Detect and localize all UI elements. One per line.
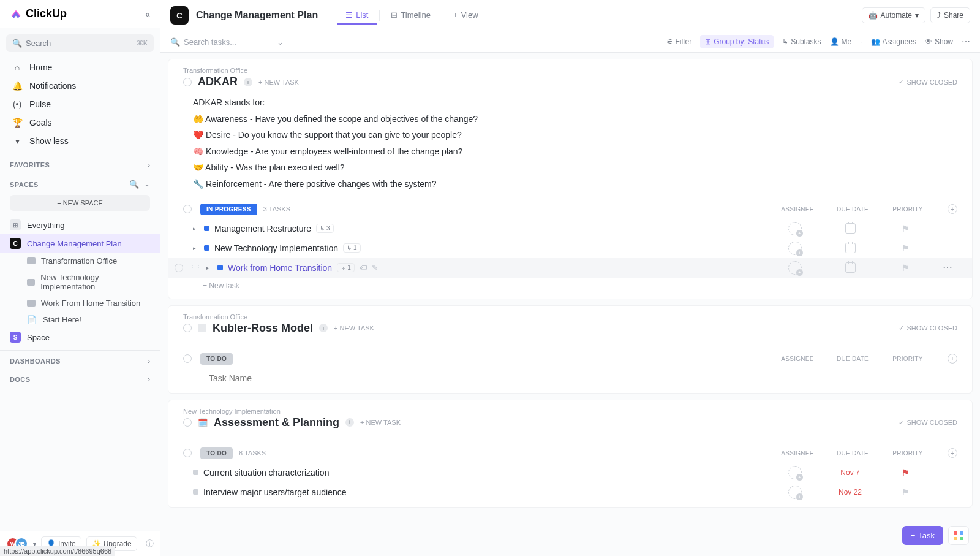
status-circle-icon[interactable] [183, 78, 192, 86]
due-date[interactable]: Nov 22 [839, 488, 862, 497]
priority-flag-icon[interactable]: ⚑ [902, 243, 910, 253]
info-icon[interactable]: i [319, 324, 328, 332]
expand-icon[interactable]: ▸ [206, 265, 213, 271]
groupby-button[interactable]: ⊞Group by: Status [700, 35, 774, 48]
chevron-right-icon: › [148, 375, 150, 384]
nav-goals[interactable]: 🏆Goals [6, 113, 154, 132]
new-task-link[interactable]: + NEW TASK [360, 419, 401, 426]
due-date-placeholder[interactable] [845, 243, 856, 253]
priority-flag-icon[interactable]: ⚑ [902, 224, 910, 234]
show-closed-button[interactable]: ✓SHOW CLOSED [899, 419, 957, 427]
status-circle-icon[interactable] [183, 205, 192, 213]
task-row[interactable]: ⋮⋮ ▸ Work from Home Transition ↳1 🏷 ✎ ⚑ … [168, 258, 972, 278]
show-closed-button[interactable]: ✓SHOW CLOSED [899, 324, 957, 332]
section-assessment: New Technology Implementation 🗓️ Assessm… [168, 400, 973, 508]
task-count: 3 TASKS [263, 205, 290, 213]
select-circle[interactable] [175, 264, 183, 272]
more-icon[interactable]: ⋯ [962, 37, 970, 47]
sidebar-search[interactable]: 🔍 Search ⌘K [6, 34, 154, 52]
new-space-button[interactable]: + NEW SPACE [10, 195, 150, 211]
new-task-link[interactable]: + NEW TASK [258, 78, 299, 86]
priority-flag-icon[interactable]: ⚑ [902, 468, 910, 478]
show-button[interactable]: 👁Show [925, 37, 953, 46]
collapse-sidebar-icon[interactable]: « [145, 9, 150, 19]
assignee-placeholder[interactable] [788, 466, 802, 479]
priority-flag-icon[interactable]: ⚑ [902, 487, 910, 497]
tag-icon[interactable]: 🏷 [360, 264, 367, 272]
subtask-badge[interactable]: ↳1 [343, 243, 361, 253]
docs-section[interactable]: DOCS› [0, 369, 160, 387]
tab-add-view[interactable]: +View [445, 7, 487, 25]
due-date[interactable]: Nov 7 [840, 468, 859, 477]
assignee-placeholder[interactable] [788, 261, 802, 275]
expand-icon[interactable]: ▸ [193, 245, 199, 251]
status-circle-icon[interactable] [183, 418, 192, 427]
status-pill[interactable]: TO DO [200, 447, 233, 459]
logo[interactable]: ClickUp [10, 7, 67, 20]
info-icon[interactable]: i [244, 78, 252, 86]
nav-pulse[interactable]: (•)Pulse [6, 95, 154, 113]
add-column-icon[interactable]: + [948, 204, 957, 214]
task-name-input[interactable] [209, 373, 331, 383]
sidebar: ClickUp « 🔍 Search ⌘K ⌂Home 🔔Notificatio… [0, 0, 160, 556]
info-icon[interactable]: i [345, 418, 354, 427]
status-circle-icon[interactable] [183, 354, 192, 363]
dashboards-section[interactable]: DASHBOARDS› [0, 351, 160, 369]
status-pill[interactable]: TO DO [200, 353, 233, 365]
task-row[interactable]: ▸ New Technology Implementation ↳1 ⚑ [168, 238, 972, 258]
space-change-management[interactable]: CChange Management Plan [0, 234, 160, 253]
new-task-button[interactable]: + New task [168, 278, 972, 294]
folder-transformation[interactable]: Transformation Office [0, 253, 160, 269]
nav-home[interactable]: ⌂Home [6, 58, 154, 77]
automate-button[interactable]: 🤖Automate▾ [862, 7, 925, 23]
share-button[interactable]: ⤴Share [930, 7, 970, 23]
help-icon[interactable]: ⓘ [146, 538, 154, 549]
task-row[interactable]: ▸ Management Restructure ↳3 ⚑ [168, 219, 972, 238]
chevron-right-icon: › [148, 161, 150, 169]
subtask-badge[interactable]: ↳1 [337, 263, 355, 272]
assignee-placeholder[interactable] [788, 486, 802, 499]
subtasks-button[interactable]: ↳Subtasks [782, 37, 821, 46]
status-circle-icon[interactable] [183, 324, 192, 332]
task-row[interactable]: Current situation characterization Nov 7… [168, 463, 972, 482]
expand-icon[interactable]: ▸ [193, 226, 199, 232]
tab-timeline[interactable]: ⊟Timeline [382, 7, 439, 25]
more-icon[interactable]: ⋯ [943, 262, 957, 273]
show-closed-button[interactable]: ✓SHOW CLOSED [899, 78, 957, 86]
apps-fab[interactable] [948, 526, 969, 545]
grid-icon: ⊞ [10, 219, 21, 230]
check-icon: ✓ [899, 78, 904, 86]
search-spaces-icon[interactable]: 🔍 [129, 180, 139, 189]
eye-icon: 👁 [925, 37, 932, 46]
assignees-button[interactable]: 👥Assignees [871, 37, 916, 46]
task-search[interactable]: 🔍 Search tasks... ⌄ [170, 37, 284, 47]
status-pill[interactable]: IN PROGRESS [200, 204, 257, 215]
status-circle-icon[interactable] [183, 449, 192, 457]
due-date-placeholder[interactable] [845, 262, 856, 273]
subtask-badge[interactable]: ↳3 [316, 224, 334, 233]
add-column-icon[interactable]: + [948, 448, 957, 458]
space-space[interactable]: SSpace [0, 328, 160, 346]
folder-new-tech[interactable]: New Technology Implementation [0, 269, 160, 295]
edit-icon[interactable]: ✎ [372, 264, 378, 272]
new-task-link[interactable]: + NEW TASK [334, 324, 374, 332]
filterbar: 🔍 Search tasks... ⌄ ⚟Filter ⊞Group by: S… [160, 31, 980, 53]
assignee-placeholder[interactable] [788, 222, 802, 235]
doc-start-here[interactable]: 📄Start Here! [0, 311, 160, 328]
priority-flag-icon[interactable]: ⚑ [902, 263, 910, 273]
tab-list[interactable]: ☰List [337, 7, 377, 25]
due-date-placeholder[interactable] [845, 223, 856, 234]
nav-notifications[interactable]: 🔔Notifications [6, 77, 154, 95]
filter-button[interactable]: ⚟Filter [666, 37, 692, 46]
add-column-icon[interactable]: + [948, 354, 957, 364]
task-row[interactable]: Interview major users/target audience No… [168, 482, 972, 502]
space-everything[interactable]: ⊞Everything [0, 216, 160, 234]
me-button[interactable]: 👤Me [830, 37, 852, 46]
favorites-section[interactable]: FAVORITES › [0, 154, 160, 173]
assignee-placeholder[interactable] [788, 242, 802, 255]
drag-icon[interactable]: ⋮⋮ [189, 264, 202, 271]
chevron-down-icon[interactable]: ⌄ [144, 180, 150, 189]
new-task-fab[interactable]: +Task [902, 526, 943, 545]
nav-show-less[interactable]: ▾Show less [6, 132, 154, 150]
folder-wfh[interactable]: Work From Home Transition [0, 295, 160, 311]
